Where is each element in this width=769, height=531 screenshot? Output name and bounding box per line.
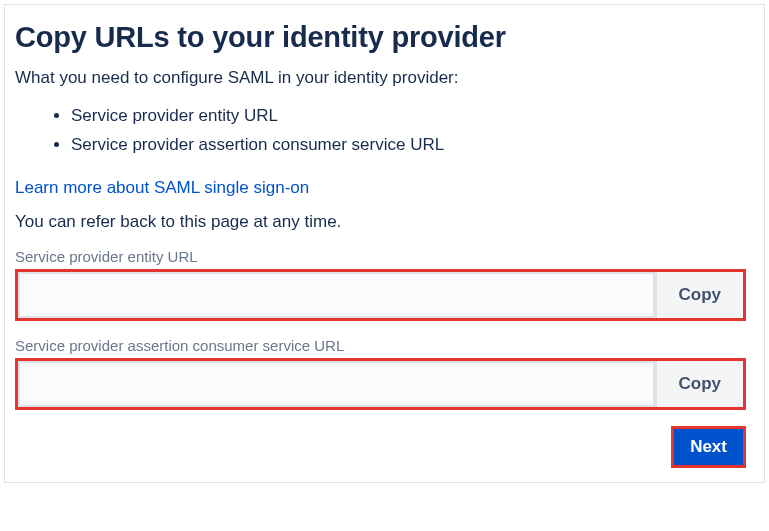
copy-entity-url-button[interactable]: Copy <box>655 272 744 318</box>
refer-text: You can refer back to this page at any t… <box>15 212 746 232</box>
page-title: Copy URLs to your identity provider <box>15 21 746 54</box>
intro-text: What you need to configure SAML in your … <box>15 68 746 88</box>
footer-actions: Next <box>15 426 746 468</box>
next-button[interactable]: Next <box>674 429 743 465</box>
learn-more-link[interactable]: Learn more about SAML single sign-on <box>15 178 309 198</box>
requirements-list: Service provider entity URL Service prov… <box>15 102 746 160</box>
acs-url-input[interactable] <box>18 361 655 407</box>
acs-url-label: Service provider assertion consumer serv… <box>15 337 746 354</box>
list-item: Service provider assertion consumer serv… <box>71 131 746 160</box>
next-button-highlight: Next <box>671 426 746 468</box>
acs-url-group: Copy <box>15 358 746 410</box>
entity-url-input[interactable] <box>18 272 655 318</box>
copy-acs-url-button[interactable]: Copy <box>655 361 744 407</box>
list-item: Service provider entity URL <box>71 102 746 131</box>
entity-url-group: Copy <box>15 269 746 321</box>
saml-urls-panel: Copy URLs to your identity provider What… <box>4 4 765 483</box>
entity-url-label: Service provider entity URL <box>15 248 746 265</box>
